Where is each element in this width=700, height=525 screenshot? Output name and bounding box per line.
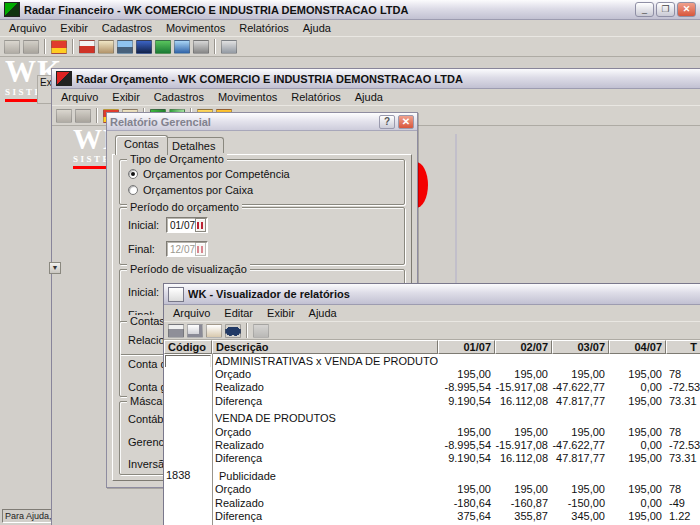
- value-cell: 195,00: [552, 426, 609, 438]
- pen-icon[interactable]: [174, 40, 190, 54]
- toolbar-separator: [214, 39, 216, 54]
- value-cell: 73.31: [666, 452, 700, 464]
- computer-icon[interactable]: [117, 40, 133, 54]
- table-row[interactable]: Realizado-8.995,54-15.917,08-47.622,770,…: [164, 438, 700, 451]
- table-row[interactable]: Diferença9.190,5416.112,0847.817,77195,0…: [164, 394, 700, 407]
- menu-relatrios[interactable]: Relatórios: [284, 90, 348, 104]
- open-folder-icon[interactable]: [56, 109, 72, 123]
- print-icon[interactable]: [168, 324, 184, 338]
- table-row[interactable]: Orçado195,00195,00195,00195,0078: [164, 425, 700, 438]
- radio-label: Orçamentos por Competência: [143, 168, 290, 180]
- code-cell: [164, 394, 212, 407]
- value-cell: 47.817,77: [552, 395, 609, 407]
- calendar-icon[interactable]: [195, 218, 206, 232]
- database-icon[interactable]: [193, 40, 209, 54]
- header-codigo[interactable]: Código: [164, 340, 212, 354]
- table-row[interactable]: VENDA DE PRODUTOS: [164, 412, 700, 425]
- table-row[interactable]: 1838Publicidade: [164, 469, 700, 482]
- inversao-label: Inversã: [128, 458, 164, 470]
- money-icon[interactable]: [155, 40, 171, 54]
- menu-movimentos[interactable]: Movimentos: [159, 21, 232, 35]
- code-input-box[interactable]: [165, 355, 211, 367]
- conta-credito-label: Conta g: [128, 381, 167, 393]
- value-cell: 195,00: [609, 368, 666, 380]
- description-cell: Realizado: [212, 497, 438, 509]
- table-row[interactable]: Realizado-8.995,54-15.917,08-47.622,770,…: [164, 381, 700, 394]
- menu-relatrios[interactable]: Relatórios: [232, 21, 296, 35]
- dialog-close-button[interactable]: ✕: [398, 115, 414, 129]
- header-descricao[interactable]: Descrição: [212, 340, 438, 354]
- contabil-label: Contáb: [128, 413, 163, 425]
- radio-button-icon[interactable]: [128, 169, 138, 179]
- screen: Radar Financeiro - WK COMERCIO E INDUSTR…: [0, 0, 700, 525]
- code-cell: [164, 425, 212, 438]
- tab-contas[interactable]: Contas: [115, 135, 168, 155]
- truck-icon[interactable]: [51, 40, 67, 54]
- disk-icon[interactable]: [136, 40, 152, 54]
- value-cell: -72.53: [666, 381, 700, 393]
- header-total[interactable]: T: [666, 340, 700, 354]
- description-cell: Realizado: [212, 381, 438, 393]
- folder-icon[interactable]: [23, 40, 39, 54]
- toolbar-separator: [44, 39, 46, 54]
- table-row[interactable]: Orçado195,00195,00195,00195,0078: [164, 367, 700, 380]
- table-row[interactable]: Diferença9.190,5416.112,0847.817,77195,0…: [164, 452, 700, 465]
- table-row[interactable]: Orçado195,00195,00195,00195,0078: [164, 483, 700, 496]
- code-cell: [164, 367, 212, 380]
- preview-icon[interactable]: [187, 324, 203, 338]
- help-button[interactable]: ?: [379, 115, 395, 129]
- menu-arquivo[interactable]: Arquivo: [166, 306, 217, 320]
- report-table-header: Código Descrição 01/07 02/07 03/07 04/07…: [164, 340, 700, 354]
- header-0207[interactable]: 02/07: [495, 340, 552, 354]
- value-cell: 195,00: [438, 483, 495, 495]
- clipboard-icon[interactable]: [98, 40, 114, 54]
- menu-editar[interactable]: Editar: [217, 306, 260, 320]
- value-cell: 9.190,54: [438, 452, 495, 464]
- close-button[interactable]: ✕: [677, 2, 696, 17]
- code-cell: [164, 483, 212, 496]
- description-cell: Realizado: [212, 439, 438, 451]
- menu-exibir[interactable]: Exibir: [260, 306, 302, 320]
- gerencial-label: Gerenc: [128, 436, 164, 448]
- folder-icon[interactable]: [75, 109, 91, 123]
- open-folder-icon[interactable]: [4, 40, 20, 54]
- dropdown-arrow-fragment[interactable]: ▼: [49, 262, 61, 274]
- header-0407[interactable]: 04/07: [609, 340, 666, 354]
- radio-button-icon[interactable]: [128, 185, 138, 195]
- titlebar-radar-orcamento: Radar Orçamento - WK COMERCIO E INDUSTRI…: [52, 69, 700, 89]
- menu-exibir[interactable]: Exibir: [53, 21, 95, 35]
- value-cell: 195,00: [552, 483, 609, 495]
- menu-movimentos[interactable]: Movimentos: [211, 90, 284, 104]
- minimize-button[interactable]: _: [635, 2, 654, 17]
- restore-button[interactable]: ❐: [656, 2, 675, 17]
- safe-icon[interactable]: [79, 40, 95, 54]
- export-icon[interactable]: [206, 324, 222, 338]
- menu-arquivo[interactable]: Arquivo: [2, 21, 53, 35]
- radio-caixa[interactable]: Orçamentos por Caixa: [128, 184, 253, 196]
- menu-ajuda[interactable]: Ajuda: [296, 21, 338, 35]
- report-table-body: ADMINISTRATIVAS x VENDA DE PRODUTOSOrçad…: [164, 354, 700, 525]
- menu-cadastros[interactable]: Cadastros: [147, 90, 211, 104]
- fragment-label: Ex: [38, 77, 52, 88]
- table-row[interactable]: Diferença375,64355,87345,00195,001.22: [164, 509, 700, 522]
- header-0107[interactable]: 01/07: [438, 340, 495, 354]
- code-cell: [164, 496, 212, 509]
- calculator-icon[interactable]: [221, 40, 237, 54]
- menu-cadastros[interactable]: Cadastros: [95, 21, 159, 35]
- value-cell: 73.31: [666, 395, 700, 407]
- menu-exibir[interactable]: Exibir: [105, 90, 147, 104]
- menu-ajuda[interactable]: Ajuda: [302, 306, 344, 320]
- menu-arquivo[interactable]: Arquivo: [54, 90, 105, 104]
- code-cell: [164, 452, 212, 465]
- table-row[interactable]: ADMINISTRATIVAS x VENDA DE PRODUTOS: [164, 354, 700, 367]
- table-row[interactable]: Realizado-180,64-160,87-150,000,00-49: [164, 496, 700, 509]
- description-cell: Diferença: [212, 452, 438, 464]
- menubar-radar-financeiro: ArquivoExibirCadastrosMovimentosRelatóri…: [0, 20, 700, 37]
- header-0307[interactable]: 03/07: [552, 340, 609, 354]
- calendar-icon: [195, 242, 206, 256]
- radio-competencia[interactable]: Orçamentos por Competência: [128, 168, 290, 180]
- menu-ajuda[interactable]: Ajuda: [348, 90, 390, 104]
- chart-icon[interactable]: [253, 324, 269, 338]
- inicial-date-field[interactable]: 01/07: [166, 217, 208, 233]
- search-icon[interactable]: [225, 324, 241, 338]
